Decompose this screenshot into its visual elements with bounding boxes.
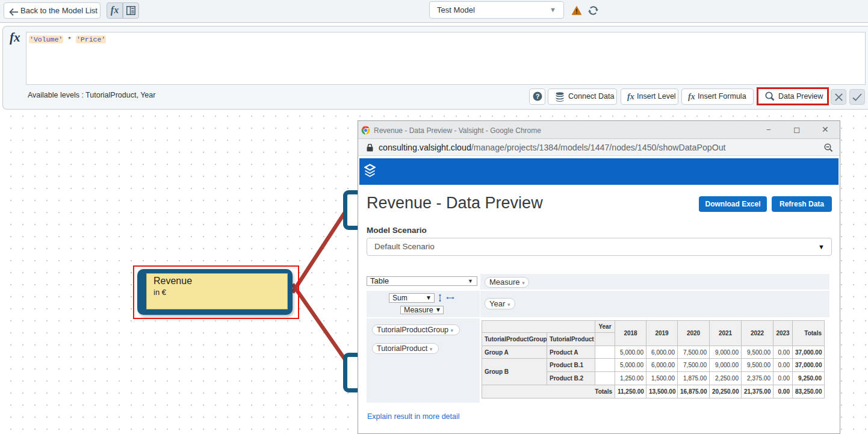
svg-text:?: ? [535,93,539,100]
